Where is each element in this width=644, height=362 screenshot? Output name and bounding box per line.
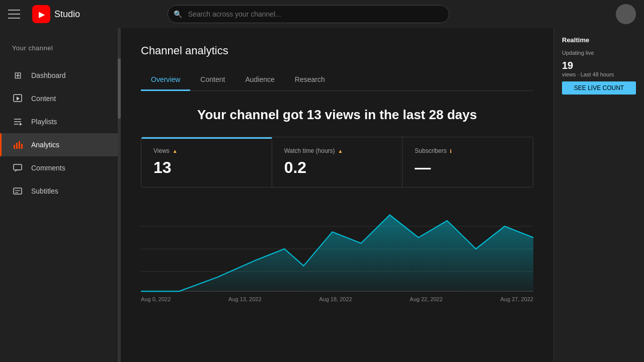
svg-marker-1 — [17, 97, 20, 101]
svg-rect-11 — [14, 188, 22, 194]
topbar: Studio 🔍 — [0, 0, 644, 28]
svg-marker-5 — [20, 123, 22, 126]
views-label: Views ▲ — [153, 147, 260, 154]
main-content: Channel analytics Overview Content Audie… — [121, 28, 553, 362]
sidebar-item-label: Dashboard — [31, 71, 66, 79]
watchtime-warn-icon: ▲ — [338, 148, 343, 154]
svg-rect-7 — [16, 143, 18, 149]
chart-date-0: Aug 0, 2022 — [141, 296, 171, 302]
watchtime-value: 0.2 — [284, 158, 390, 177]
sidebar: Your channel ⊞ Dashboard Content — [0, 28, 121, 362]
search-bar: 🔍 — [168, 5, 449, 23]
avatar[interactable] — [616, 4, 636, 24]
chart-area: Aug 0, 2022 Aug 13, 2022 Aug 18, 2022 Au… — [141, 204, 533, 294]
sidebar-item-label: Playlists — [31, 118, 57, 126]
svg-rect-8 — [19, 141, 20, 149]
comments-icon — [12, 162, 23, 173]
content-icon — [12, 93, 23, 104]
watchtime-label: Watch time (hours) ▲ — [284, 147, 390, 154]
tab-content[interactable]: Content — [190, 69, 235, 91]
right-panel: Realtime Updating live 19 views · Last 4… — [553, 28, 644, 362]
views-warn-icon: ▲ — [173, 148, 178, 154]
sidebar-item-label: Subtitles — [31, 187, 58, 195]
metric-subscribers[interactable]: Subscribers ℹ — — [403, 137, 533, 187]
subtitles-icon — [12, 186, 23, 197]
svg-rect-6 — [14, 145, 15, 149]
channel-label: Your channel — [0, 36, 121, 60]
subscribers-value: — — [415, 158, 521, 177]
subscribers-info-icon: ℹ — [450, 148, 452, 154]
sidebar-item-analytics[interactable]: Analytics — [0, 133, 121, 156]
analytics-icon — [12, 139, 23, 150]
tab-audience[interactable]: Audience — [235, 69, 284, 91]
views-value: 13 — [153, 158, 260, 177]
sidebar-item-content[interactable]: Content — [0, 87, 121, 110]
sidebar-item-dashboard[interactable]: ⊞ Dashboard — [0, 64, 121, 87]
metrics-row: Views ▲ 13 Watch time (hours) ▲ 0.2 Subs… — [141, 137, 533, 188]
hero-text: Your channel got 13 views in the last 28… — [141, 107, 533, 123]
right-panel-title: Realtime — [562, 36, 636, 44]
studio-label: Studio — [54, 9, 80, 20]
youtube-icon — [32, 5, 50, 23]
right-panel-stat: 19 — [562, 60, 636, 71]
subscribers-label: Subscribers ℹ — [415, 147, 521, 154]
chart-date-4: Aug 27, 2022 — [501, 296, 533, 302]
chart-date-2: Aug 18, 2022 — [319, 296, 352, 302]
sidebar-item-comments[interactable]: Comments — [0, 156, 121, 179]
metric-watchtime[interactable]: Watch time (hours) ▲ 0.2 — [272, 137, 403, 187]
sidebar-item-label: Comments — [31, 164, 65, 172]
page-title: Channel analytics — [141, 44, 533, 57]
right-panel-stat-label: views · Last 48 hours — [562, 71, 636, 77]
search-input[interactable] — [168, 5, 449, 23]
chart-date-3: Aug 22, 2022 — [410, 296, 442, 302]
chart-date-1: Aug 13, 2022 — [228, 296, 261, 302]
tabs: Overview Content Audience Research — [141, 69, 533, 91]
sidebar-item-label: Analytics — [31, 141, 59, 149]
see-live-count-button[interactable]: SEE LIVE COUNT — [562, 81, 636, 95]
tab-overview[interactable]: Overview — [141, 69, 190, 91]
chart-svg — [141, 204, 533, 294]
logo: Studio — [32, 5, 80, 23]
dashboard-icon: ⊞ — [12, 70, 23, 81]
svg-rect-10 — [14, 164, 22, 170]
metric-views[interactable]: Views ▲ 13 — [141, 137, 272, 187]
sidebar-item-playlists[interactable]: Playlists — [0, 110, 121, 133]
layout: Your channel ⊞ Dashboard Content — [0, 0, 644, 362]
scrollbar[interactable] — [118, 28, 121, 362]
playlists-icon — [12, 116, 23, 127]
scroll-thumb — [118, 58, 121, 119]
search-icon: 🔍 — [174, 10, 182, 18]
tab-research[interactable]: Research — [285, 69, 335, 91]
sidebar-item-label: Content — [31, 95, 56, 103]
svg-rect-9 — [21, 144, 23, 149]
sidebar-item-subtitles[interactable]: Subtitles — [0, 179, 121, 203]
hamburger-menu[interactable] — [8, 8, 20, 20]
right-panel-subtitle: Updating live — [562, 50, 636, 56]
